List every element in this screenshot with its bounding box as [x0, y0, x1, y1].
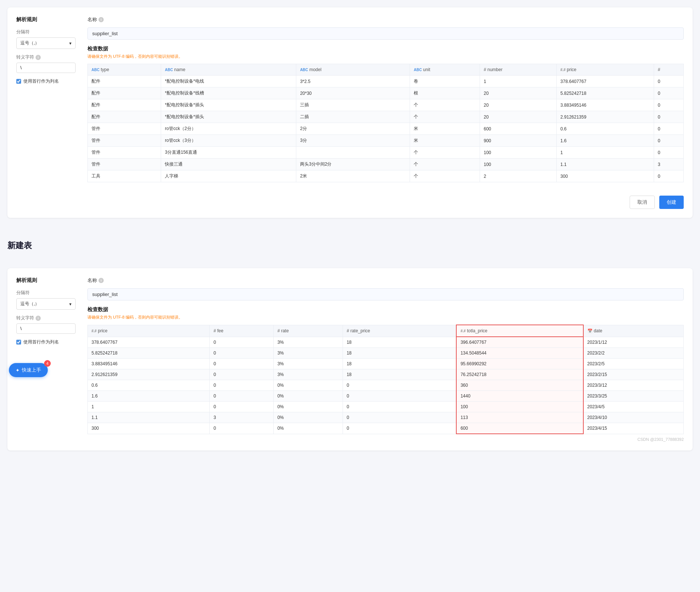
col-header-totla-price: #.# totla_price	[456, 325, 583, 337]
table-row: 1.1 3 0% 0 113 2023/4/10	[88, 412, 684, 423]
badge-count: 4	[44, 360, 51, 367]
col-header-extra: #	[654, 64, 684, 76]
hash-icon: #	[277, 328, 280, 333]
escape-info-icon-1: i	[36, 55, 41, 60]
escape-info-icon-2: i	[36, 316, 41, 321]
hashdot-icon: #.#	[460, 329, 466, 333]
section2-title-wrapper: 新建表	[7, 240, 693, 257]
hash-icon: #	[484, 67, 486, 72]
calendar-icon: 📅	[587, 329, 593, 333]
data-section-title-2: 检查数据	[87, 306, 684, 313]
col-header-rate-price: # rate_price	[343, 325, 456, 337]
col-header-price: #.# price	[557, 64, 654, 76]
parse-rules-title-2: 解析规则	[16, 277, 76, 284]
col-header-price2: #.# price	[88, 325, 210, 337]
col-header-name: ABC name	[161, 64, 296, 76]
table-row: 0.6 0 0% 0 360 2023/3/12	[88, 380, 684, 391]
checkbox-row-1: 使用首行作为列名	[16, 78, 76, 84]
quick-start-button[interactable]: ✦ 快速上手 4	[9, 363, 48, 377]
table-row: 配件 *配电控制设备*电线 3*2.5 卷 1 378.6407767 0	[88, 76, 684, 87]
parse-rules-title-1: 解析规则	[16, 16, 76, 23]
col-header-date: 📅 date	[583, 325, 684, 337]
section2-main-title: 新建表	[7, 240, 693, 251]
name-field-row-2: 名称 i	[87, 277, 684, 284]
use-first-row-checkbox-1[interactable]	[16, 79, 21, 84]
table-row: 1 0 0% 0 100 2023/4/5	[88, 402, 684, 412]
table-row: 2.912621359 0 3% 18 76.25242718 2023/2/1…	[88, 369, 684, 380]
sidebar-2: 解析规则 分隔符 逗号（,） ▾ 转义字符 i 使用首行作为列名	[16, 277, 76, 442]
abc-icon: ABC	[414, 68, 422, 72]
escape-input-2[interactable]	[16, 323, 76, 334]
table-row: 工具 人字梯 2米 个 2 300 0	[88, 170, 684, 182]
col-header-model: ABC model	[296, 64, 410, 76]
data-table-1: ABC type ABC name ABC model ABC unit # n	[87, 64, 684, 182]
sidebar-1: 解析规则 分隔符 逗号（,） ▾ 转义字符 i 使用首行作为列名	[16, 16, 76, 209]
second-card: 解析规则 分隔符 逗号（,） ▾ 转义字符 i 使用首行作为列名 名称	[7, 268, 693, 450]
name-info-icon-2: i	[99, 278, 104, 283]
separator-select-1[interactable]: 逗号（,） ▾	[16, 37, 76, 49]
name-input-1[interactable]	[87, 27, 684, 40]
chevron-down-icon-2: ▾	[69, 302, 71, 307]
name-field-row-1: 名称 i	[87, 16, 684, 23]
data-section-title-1: 检查数据	[87, 46, 684, 52]
abc-icon: ABC	[165, 68, 173, 72]
escape-input-1[interactable]	[16, 63, 76, 73]
abc-icon: ABC	[300, 68, 308, 72]
separator-label-1: 分隔符	[16, 29, 76, 35]
warning-text-2: 请确保文件为 UTF-8 编码，否则内容可能识别错误。	[87, 315, 684, 320]
cancel-button-1[interactable]: 取消	[630, 196, 655, 209]
name-label-1: 名称 i	[87, 16, 104, 23]
col-header-fee: # fee	[210, 325, 274, 337]
abc-icon: ABC	[91, 68, 100, 72]
name-input-2[interactable]	[87, 288, 684, 300]
checkbox-row-2: 使用首行作为列名	[16, 339, 76, 345]
hash-icon: #	[658, 67, 660, 72]
hash-icon: #	[347, 328, 349, 333]
escape-label-2: 转义字符 i	[16, 315, 76, 321]
hashdot-icon: #.#	[560, 68, 566, 72]
table-row: 配件 *配电控制设备*插头 二插 个 20 2.912621359 0	[88, 111, 684, 123]
name-label-2: 名称 i	[87, 277, 104, 284]
table-row: 3.883495146 0 3% 18 95.66990292 2023/2/5	[88, 359, 684, 369]
separator-select-2[interactable]: 逗号（,） ▾	[16, 298, 76, 310]
table-row: 1.6 0 0% 0 1440 2023/3/25	[88, 391, 684, 402]
table-row: 300 0 0% 0 600 2023/4/15	[88, 423, 684, 434]
table-row: 378.6407767 0 3% 18 396.6407767 2023/1/1…	[88, 337, 684, 348]
hashdot-icon: #.#	[91, 329, 97, 333]
table-row: 5.825242718 0 3% 18 134.5048544 2023/2/2	[88, 348, 684, 359]
escape-label-1: 转义字符 i	[16, 54, 76, 60]
warning-text-1: 请确保文件为 UTF-8 编码，否则内容可能识别错误。	[87, 54, 684, 59]
main-content-2: 名称 i 检查数据 请确保文件为 UTF-8 编码，否则内容可能识别错误。 #.…	[87, 277, 684, 442]
create-button-1[interactable]: 创建	[659, 196, 684, 209]
table-row: 管件 3分直通156直通 个 100 1 0	[88, 147, 684, 159]
chevron-down-icon-1: ▾	[69, 41, 71, 46]
use-first-row-checkbox-2[interactable]	[16, 340, 21, 345]
separator-label-2: 分隔符	[16, 290, 76, 296]
table-row: 管件 ro管cck（2分） 2分 米 600 0.6 0	[88, 123, 684, 135]
main-content-1: 名称 i 检查数据 请确保文件为 UTF-8 编码，否则内容可能识别错误。 AB…	[87, 16, 684, 209]
table-row: 配件 *配电控制设备*线槽 20*30 根 20 5.825242718 0	[88, 87, 684, 99]
first-card: 解析规则 分隔符 逗号（,） ▾ 转义字符 i 使用首行作为列名 名称	[7, 7, 693, 218]
footer-note: CSDN @2301_77888392	[87, 437, 684, 442]
table-row: 管件 ro管cck（3分） 3分 米 900 1.6 0	[88, 135, 684, 147]
hash-icon: #	[213, 328, 216, 333]
data-table-2: #.# price # fee # rate # rate_price #.#	[87, 325, 684, 434]
col-header-number: # number	[480, 64, 556, 76]
name-info-icon-1: i	[99, 17, 104, 22]
table-row: 配件 *配电控制设备*插头 三插 个 20 3.883495146 0	[88, 99, 684, 111]
actions-bar-1: 取消 创建	[87, 190, 684, 209]
col-header-type: ABC type	[88, 64, 161, 76]
rocket-icon: ✦	[16, 367, 20, 373]
col-header-unit: ABC unit	[410, 64, 480, 76]
col-header-rate: # rate	[273, 325, 343, 337]
table-row: 管件 快接三通 两头3分中间2分 个 100 1.1 3	[88, 159, 684, 170]
